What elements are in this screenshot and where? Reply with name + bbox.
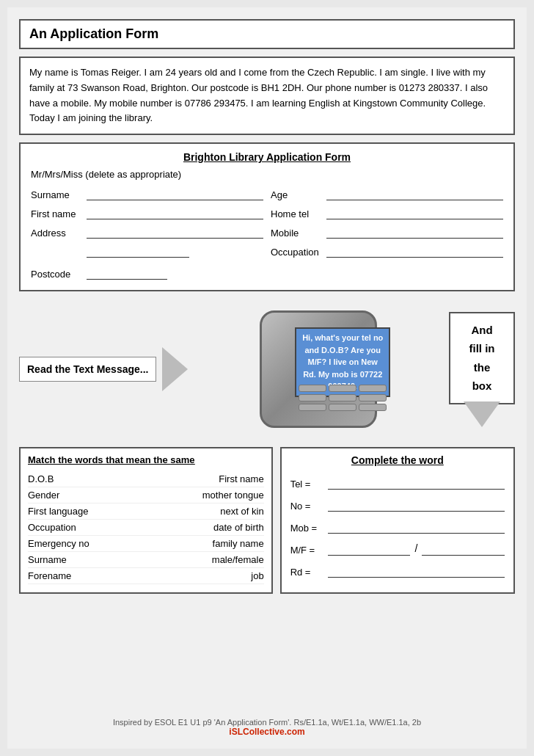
- match-right-3: date of birth: [213, 522, 264, 533]
- match-row: Surnamemale/female: [28, 552, 264, 568]
- complete-title: Complete the word: [290, 454, 505, 466]
- surname-input[interactable]: [87, 187, 263, 200]
- middle-section: Read the Text Message... Hi, what's your…: [19, 299, 515, 440]
- postcode-input[interactable]: [87, 266, 167, 280]
- phone-key-2: [329, 385, 356, 392]
- complete-box: Complete the word Tel =No =Mob =M/F =/Rd…: [280, 447, 515, 594]
- match-row: Forenamejob: [28, 568, 264, 584]
- read-text-label: Read the Text Message...: [19, 357, 156, 382]
- mobile-label: Mobile: [271, 228, 322, 239]
- match-same-word: same: [170, 454, 194, 465]
- address-field-row: Address: [31, 225, 263, 239]
- complete-input-left-3[interactable]: [328, 542, 411, 556]
- page-title: An Application Form: [29, 26, 505, 42]
- home-tel-input[interactable]: [326, 206, 503, 219]
- phone-key-9: [359, 404, 387, 411]
- home-tel-field-row: Home tel: [271, 206, 503, 219]
- title-box: An Application Form: [19, 19, 515, 49]
- address-input-1[interactable]: [87, 225, 263, 239]
- complete-row: No =: [290, 498, 505, 512]
- match-row: Occupationdate of birth: [28, 520, 264, 536]
- complete-slash-3: /: [414, 542, 417, 556]
- match-row: Emergency nofamily name: [28, 536, 264, 552]
- phone-key-8: [329, 404, 356, 411]
- match-right-4: family name: [213, 538, 264, 549]
- occupation-field-row: Occupation: [271, 244, 503, 258]
- surname-field-row: Surname: [31, 187, 263, 200]
- match-row: First languagenext of kin: [28, 504, 264, 520]
- phone-body: Hi, what's your tel no and D.O.B? Are yo…: [260, 310, 377, 428]
- complete-row: Tel =: [290, 476, 505, 490]
- address-input-2[interactable]: [87, 244, 189, 258]
- match-left-3: Occupation: [28, 522, 76, 533]
- complete-label-2: Mob =: [290, 523, 323, 534]
- fill-section: And fill in the box: [449, 312, 515, 427]
- fill-line3: the: [474, 361, 491, 374]
- match-left-0: D.O.B: [28, 473, 54, 484]
- match-right-0: First name: [219, 473, 263, 484]
- match-left-4: Emergency no: [28, 538, 89, 549]
- age-input[interactable]: [326, 187, 503, 200]
- complete-label-0: Tel =: [290, 479, 323, 490]
- complete-input-1[interactable]: [328, 498, 505, 512]
- surname-label: Surname: [31, 189, 82, 200]
- match-rows-container: D.O.BFirst nameGendermother tongueFirst …: [28, 471, 264, 584]
- postcode-field-row: Postcode: [31, 266, 263, 280]
- postcode-label: Postcode: [31, 269, 82, 280]
- footer: Inspired by ESOL E1 U1 p9 'An Applicatio…: [19, 710, 515, 737]
- page: An Application Form My name is Tomas Rei…: [7, 7, 527, 749]
- phone-key-4: [299, 394, 326, 401]
- footer-brand: iSLCollective.com: [19, 727, 515, 737]
- occupation-label: Occupation: [271, 247, 322, 258]
- phone-key-1: [299, 385, 326, 392]
- match-title: Match the words that mean the same: [28, 454, 264, 465]
- paragraph-box: My name is Tomas Reiger. I am 24 years o…: [19, 57, 515, 135]
- complete-input-right-3[interactable]: [422, 542, 505, 556]
- intro-paragraph: My name is Tomas Reiger. I am 24 years o…: [29, 65, 505, 126]
- complete-row: Rd =: [290, 564, 505, 578]
- phone-key-6: [359, 394, 387, 401]
- fill-line2: fill in: [469, 342, 495, 355]
- delete-line: Mr/Mrs/Miss (delete as appropriate): [31, 169, 503, 180]
- complete-label-4: Rd =: [290, 567, 323, 578]
- bottom-section: Match the words that mean the same D.O.B…: [19, 447, 515, 594]
- match-title-text: Match the words that mean the: [28, 454, 170, 465]
- fill-line4: box: [472, 379, 492, 392]
- first-name-field-row: First name: [31, 206, 263, 219]
- address-field-row-2: [31, 244, 263, 258]
- complete-input-0[interactable]: [328, 476, 505, 490]
- complete-label-3: M/F =: [290, 545, 323, 556]
- match-right-2: next of kin: [220, 506, 263, 517]
- application-form-box: Brighton Library Application Form Mr/Mrs…: [19, 142, 515, 291]
- match-left-6: Forename: [28, 570, 71, 581]
- complete-input-4[interactable]: [328, 564, 505, 578]
- complete-row: Mob =: [290, 520, 505, 534]
- phone-key-5: [329, 394, 356, 401]
- phone-message: Hi, what's your tel no and D.O.B? Are yo…: [301, 332, 384, 393]
- phone-key-7: [299, 404, 326, 411]
- match-box: Match the words that mean the same D.O.B…: [19, 447, 273, 594]
- complete-label-1: No =: [290, 501, 323, 512]
- occupation-input[interactable]: [326, 244, 503, 258]
- match-right-1: mother tongue: [202, 490, 264, 501]
- fill-line1: And: [471, 324, 492, 336]
- mobile-input[interactable]: [326, 225, 503, 239]
- mobile-field-row: Mobile: [271, 225, 503, 239]
- read-text-box: Read the Text Message...: [19, 347, 188, 391]
- footer-text: Inspired by ESOL E1 U1 p9 'An Applicatio…: [19, 718, 515, 727]
- phone-graphic: Hi, what's your tel no and D.O.B? Are yo…: [238, 303, 399, 435]
- match-left-2: First language: [28, 506, 88, 517]
- match-right-5: male/female: [212, 554, 264, 565]
- age-field-row: Age: [271, 187, 503, 200]
- complete-input-2[interactable]: [328, 520, 505, 534]
- match-left-5: Surname: [28, 554, 67, 565]
- arrow-down-icon: [464, 401, 500, 427]
- address-label: Address: [31, 228, 82, 239]
- first-name-input[interactable]: [87, 206, 263, 219]
- first-name-label: First name: [31, 208, 82, 219]
- home-tel-label: Home tel: [271, 208, 322, 219]
- fill-in-box: And fill in the box: [449, 312, 515, 404]
- complete-rows-container: Tel =No =Mob =M/F =/Rd =: [290, 476, 505, 578]
- complete-row: M/F =/: [290, 542, 505, 556]
- form-title: Brighton Library Application Form: [31, 151, 503, 163]
